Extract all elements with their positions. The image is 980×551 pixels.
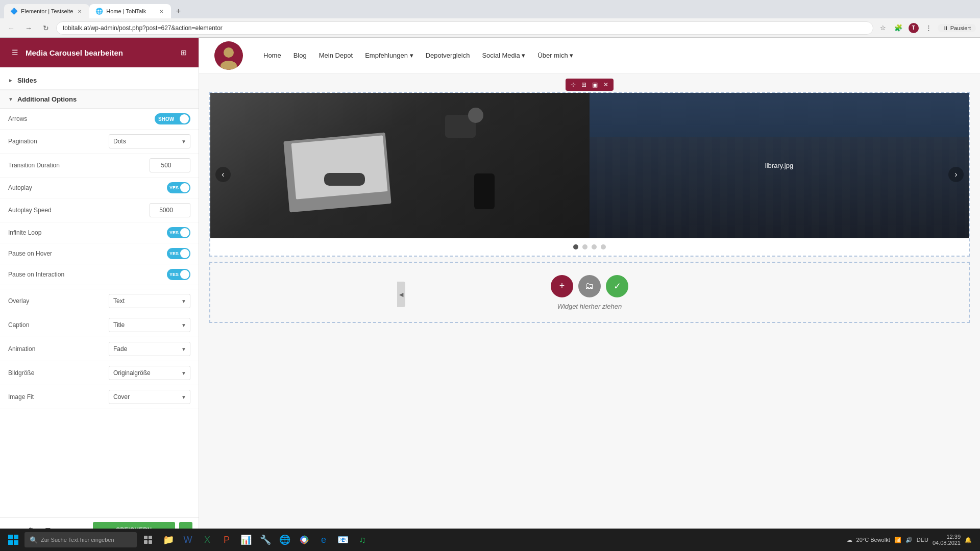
notification-icon[interactable]: 🔔 xyxy=(965,537,972,543)
carousel-dots xyxy=(210,238,969,256)
content-area: Home Blog Mein Depot Empfehlungen ▾ Depo… xyxy=(199,38,980,551)
taskbar-app-edge[interactable]: e xyxy=(314,531,333,549)
reload-button[interactable]: ↻ xyxy=(39,21,53,35)
taskbar-app-word[interactable]: W xyxy=(179,531,197,549)
sidebar-collapse-button[interactable]: ◀ xyxy=(397,282,405,307)
animation-select[interactable]: Fade None Slide Zoom xyxy=(109,342,190,356)
taskbar-app-7[interactable]: 🌐 xyxy=(276,531,294,549)
paused-badge[interactable]: ⏸ Pausiert xyxy=(938,24,976,32)
svg-rect-7 xyxy=(144,536,148,539)
taskbar-search[interactable]: 🔍 Zur Suche Text hier eingeben xyxy=(24,532,137,547)
infinite-loop-toggle[interactable]: YES xyxy=(167,227,190,238)
additional-options-arrow-icon: ▼ xyxy=(8,96,13,102)
carousel-dot-4[interactable] xyxy=(601,244,606,249)
taskbar-app-chrome[interactable] xyxy=(295,531,313,549)
carousel-tool-close[interactable]: ✕ xyxy=(601,80,611,89)
autoplay-toggle[interactable]: YES xyxy=(167,182,190,193)
caption-option-row: Caption Title None Description Caption ▼ xyxy=(0,313,199,337)
address-bar-row: ← → ↻ ☆ 🧩 T ⋮ ⏸ Pausiert xyxy=(0,18,980,38)
nav-depotvergleich[interactable]: Depotvergleich xyxy=(426,52,470,59)
transition-duration-input[interactable] xyxy=(150,158,190,172)
tab-tobitalk[interactable]: 🌐 Home | TobiTalk ✕ xyxy=(89,4,171,18)
tab-close-elementor[interactable]: ✕ xyxy=(76,8,83,15)
nav-social-media[interactable]: Social Media ▾ xyxy=(482,52,525,59)
pagination-option-row: Pagination Dots None Fraction Progress ▼ xyxy=(0,130,199,154)
overlay-label: Overlay xyxy=(8,297,109,305)
carousel-prev-button[interactable]: ‹ xyxy=(215,167,231,182)
svg-rect-4 xyxy=(14,535,18,539)
forward-button[interactable]: → xyxy=(21,21,36,35)
taskbar-apps: 📁 W X P 📊 🔧 🌐 e xyxy=(159,531,372,549)
nav-ueber-mich[interactable]: Über mich ▾ xyxy=(537,52,573,59)
sidebar-title: Media Carousel bearbeiten xyxy=(26,48,123,57)
svg-rect-10 xyxy=(149,540,152,544)
widget-check-button[interactable]: ✓ xyxy=(606,275,628,297)
taskbar-app-files[interactable]: 📁 xyxy=(159,531,178,549)
carousel-tool-columns[interactable]: ⊞ xyxy=(579,80,589,89)
animation-label: Animation xyxy=(8,345,109,353)
pagination-select[interactable]: Dots None Fraction Progress xyxy=(109,134,190,148)
autoplay-speed-option-row: Autoplay Speed xyxy=(0,198,199,222)
svg-point-1 xyxy=(224,47,234,58)
carousel-tool-widget[interactable]: ▣ xyxy=(590,80,600,89)
browser-chrome: 🔷 Elementor | Testseite ✕ 🌐 Home | TobiT… xyxy=(0,0,980,38)
autoplay-speed-input[interactable] xyxy=(150,203,190,217)
widget-add-button[interactable]: + xyxy=(551,275,573,297)
carousel-dot-3[interactable] xyxy=(592,244,597,249)
widget-drop-area: + 🗂 ✓ Widget hierher ziehen xyxy=(209,262,970,323)
carousel-dot-1[interactable] xyxy=(573,244,578,249)
bildgroesse-select[interactable]: Originalgröße Thumbnail Medium Large Ful… xyxy=(109,366,190,380)
additional-options-header[interactable]: ▼ Additional Options xyxy=(0,90,199,109)
caption-select[interactable]: Title None Description Caption xyxy=(109,318,190,332)
taskbar-app-excel[interactable]: X xyxy=(198,531,216,549)
taskbar-app-10[interactable]: ♫ xyxy=(353,531,372,549)
carousel-next-button[interactable]: › xyxy=(948,167,964,182)
bildgroesse-label: Bildgröße xyxy=(8,369,109,377)
taskbar-app-9[interactable]: 📧 xyxy=(334,531,352,549)
animation-option-row: Animation Fade None Slide Zoom ▼ xyxy=(0,337,199,361)
overlay-select[interactable]: Text None Icon xyxy=(109,294,190,308)
pause-on-hover-toggle[interactable]: YES xyxy=(167,248,190,259)
arrows-label: Arrows xyxy=(8,115,155,122)
svg-rect-8 xyxy=(149,536,152,539)
nav-mein-depot[interactable]: Mein Depot xyxy=(319,52,353,59)
nav-blog[interactable]: Blog xyxy=(293,52,307,59)
new-tab-button[interactable]: + xyxy=(171,4,185,18)
taskbar: 🔍 Zur Suche Text hier eingeben 📁 W X P 📊… xyxy=(0,529,980,551)
network-icon[interactable]: 📶 xyxy=(894,537,901,543)
extensions-button[interactable]: 🧩 xyxy=(892,21,905,35)
widget-folder-button[interactable]: 🗂 xyxy=(578,275,601,297)
weather-icon: ☁ xyxy=(847,537,852,543)
infinite-loop-option-row: Infinite Loop YES xyxy=(0,222,199,243)
tab-elementor[interactable]: 🔷 Elementor | Testseite ✕ xyxy=(4,4,89,18)
image-fit-option-row: Image Fit Cover Contain Fill None ▼ xyxy=(0,385,199,409)
sound-icon[interactable]: 🔊 xyxy=(905,537,913,543)
arrows-toggle[interactable]: SHOW xyxy=(155,113,190,124)
pause-on-interaction-toggle[interactable]: YES xyxy=(167,269,190,280)
taskbar-app-6[interactable]: 🔧 xyxy=(256,531,275,549)
taskbar-clock[interactable]: 12:39 04.08.2021 xyxy=(933,534,961,546)
bookmark-button[interactable]: ☆ xyxy=(876,21,890,35)
carousel-container: ✎ xyxy=(209,92,970,257)
taskbar-app-powerpoint[interactable]: P xyxy=(217,531,236,549)
tab-close-tobitalk[interactable]: ✕ xyxy=(158,8,165,15)
svg-rect-9 xyxy=(144,540,148,544)
address-input[interactable] xyxy=(56,21,873,35)
carousel-dot-2[interactable] xyxy=(582,244,587,249)
slides-section-header[interactable]: ► Slides xyxy=(0,71,199,90)
profile-button[interactable]: T xyxy=(907,21,920,35)
sidebar-header-icons: ⊞ xyxy=(177,46,190,59)
taskbar-app-5[interactable]: 📊 xyxy=(237,531,255,549)
pause-on-hover-toggle-knob xyxy=(180,249,189,258)
nav-empfehlungen[interactable]: Empfehlungen ▾ xyxy=(365,52,413,59)
slide-overlay: library.jpg xyxy=(590,93,969,238)
sidebar-grid-button[interactable]: ⊞ xyxy=(177,46,190,59)
carousel-tool-move[interactable]: ⊹ xyxy=(568,80,578,89)
taskbar-start-button[interactable] xyxy=(4,531,22,549)
more-button[interactable]: ⋮ xyxy=(922,21,936,35)
taskbar-task-view[interactable] xyxy=(139,531,157,549)
image-fit-select[interactable]: Cover Contain Fill None xyxy=(109,390,190,404)
back-button[interactable]: ← xyxy=(4,21,18,35)
nav-home[interactable]: Home xyxy=(263,52,281,59)
sidebar-menu-button[interactable]: ☰ xyxy=(8,46,21,59)
